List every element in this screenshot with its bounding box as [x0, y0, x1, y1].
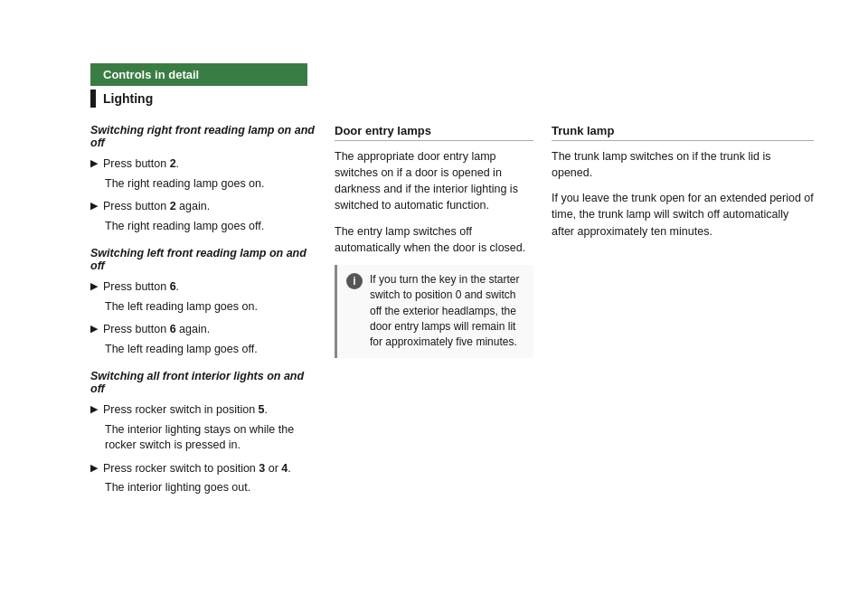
section-right-front-reading-title: Switching right front reading lamp on an… [90, 124, 316, 149]
sub-note: The right reading lamp goes on. [105, 176, 316, 193]
bullet-arrow-icon: ▶ [90, 157, 98, 169]
bullet-text: Press button 6 again. [103, 322, 210, 338]
sub-note: The left reading lamp goes off. [105, 342, 316, 358]
trunk-lamp-para1: The trunk lamp switches on if the trunk … [552, 148, 814, 181]
sub-note: The interior lighting goes out. [105, 480, 316, 496]
door-entry-lamps-title: Door entry lamps [335, 124, 533, 141]
section-label-bar-decoration [90, 90, 96, 108]
info-box: i If you turn the key in the starter swi… [335, 265, 533, 358]
info-icon: i [346, 273, 363, 289]
bullet-text: Press button 2 again. [103, 199, 210, 215]
section-right-front-reading: Switching right front reading lamp on an… [90, 124, 316, 234]
section-left-front-reading-title: Switching left front reading lamp on and… [90, 247, 316, 272]
page-wrapper: Controls in detail Lighting Switching ri… [0, 63, 868, 613]
bullet-item: ▶ Press rocker switch to position 3 or 4… [90, 461, 316, 477]
bullet-item: ▶ Press button 2. [90, 156, 316, 173]
info-box-text: If you turn the key in the starter switc… [370, 272, 524, 351]
bullet-arrow-icon: ▶ [90, 200, 98, 212]
door-entry-lamps-para1: The appropriate door entry lamp switches… [335, 148, 533, 214]
bullet-item: ▶ Press button 6 again. [90, 322, 316, 338]
header-bar: Controls in detail [90, 63, 307, 86]
left-column: Switching right front reading lamp on an… [90, 124, 335, 509]
bullet-arrow-icon: ▶ [90, 323, 98, 335]
section-label: Lighting [90, 90, 868, 108]
section-label-text: Lighting [103, 91, 153, 106]
trunk-lamp-title: Trunk lamp [552, 124, 814, 141]
bullet-text: Press button 2. [103, 156, 179, 173]
bullet-item: ▶ Press rocker switch in position 5. [90, 402, 316, 419]
sub-note: The left reading lamp goes on. [105, 299, 316, 316]
header-bar-label: Controls in detail [103, 68, 199, 81]
bullet-arrow-icon: ▶ [90, 280, 98, 292]
section-all-front-interior: Switching all front interior lights on a… [90, 370, 316, 496]
bullet-arrow-icon: ▶ [90, 462, 98, 474]
bullet-text: Press button 6. [103, 279, 179, 296]
bullet-text: Press rocker switch to position 3 or 4. [103, 461, 291, 477]
section-left-front-reading: Switching left front reading lamp on and… [90, 247, 316, 357]
bullet-text: Press rocker switch in position 5. [103, 402, 268, 419]
bullet-arrow-icon: ▶ [90, 403, 98, 415]
sub-note: The interior lighting stays on while the… [105, 422, 316, 454]
middle-column: Door entry lamps The appropriate door en… [335, 124, 552, 509]
bullet-item: ▶ Press button 2 again. [90, 199, 316, 215]
trunk-lamp-para2: If you leave the trunk open for an exten… [552, 190, 814, 239]
section-all-front-interior-title: Switching all front interior lights on a… [90, 370, 316, 395]
door-entry-lamps-para2: The entry lamp switches off automaticall… [335, 223, 533, 256]
bullet-item: ▶ Press button 6. [90, 279, 316, 296]
content-area: Switching right front reading lamp on an… [90, 124, 814, 509]
sub-note: The right reading lamp goes off. [105, 219, 316, 235]
right-column: Trunk lamp The trunk lamp switches on if… [552, 124, 814, 509]
